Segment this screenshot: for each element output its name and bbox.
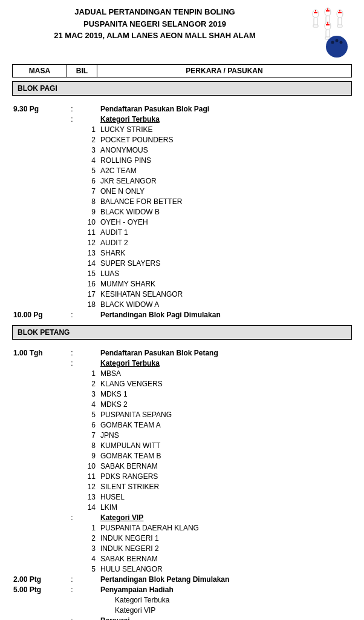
cell-perkara: BLACK WIDOW B — [97, 207, 352, 217]
cell-perkara: KESIHATAN SELANGOR — [97, 289, 352, 299]
cell-colon — [67, 554, 77, 564]
cell-colon — [67, 289, 77, 299]
svg-rect-2 — [313, 25, 318, 27]
cell-bil: 6 — [77, 420, 97, 430]
cell-bil: 4 — [77, 400, 97, 409]
cell-colon — [67, 269, 77, 279]
cell-masa — [12, 379, 67, 389]
cell-bil — [77, 585, 97, 595]
table-row: 4MDKS 2 — [12, 400, 352, 409]
header-area: JADUAL PERTANDINGAN TENPIN BOLING PUSPAN… — [12, 6, 352, 59]
cell-masa: 10.00 Pg — [12, 310, 67, 320]
cell-bil: 4 — [77, 554, 97, 564]
cell-bil — [77, 575, 97, 584]
cell-masa — [12, 441, 67, 450]
col-header-perkara: PERKARA / PASUKAN — [97, 65, 351, 77]
title-line2: PUSPANITA NEGERI SELANGOR 2019 — [83, 19, 226, 28]
cell-bil — [77, 310, 97, 320]
cell-colon — [67, 279, 77, 289]
cell-bil: 12 — [77, 238, 97, 248]
cell-bil: 2 — [77, 379, 97, 389]
table-row: 12SILENT STRIKER — [12, 482, 352, 492]
table-row: :Bersurai — [12, 616, 352, 620]
title-line3: 21 MAC 2019, ALAM LANES AEON MALL SHAH A… — [54, 31, 255, 40]
cell-colon — [67, 410, 77, 420]
cell-bil: 1 — [77, 125, 97, 134]
cell-perkara: ROLLING PINS — [97, 156, 352, 165]
cell-colon — [67, 400, 77, 409]
cell-masa — [12, 461, 67, 471]
cell-perkara: LUCKY STRIKE — [97, 125, 352, 134]
cell-colon — [67, 533, 77, 543]
cell-masa — [12, 472, 67, 481]
table-row: 2INDUK NEGERI 1 — [12, 533, 352, 543]
header-text: JADUAL PERTANDINGAN TENPIN BOLING PUSPAN… — [12, 6, 297, 42]
svg-point-22 — [336, 39, 339, 42]
cell-perkara: MDKS 2 — [97, 400, 352, 409]
cell-colon — [67, 451, 77, 461]
cell-masa: 1.00 Tgh — [12, 348, 67, 358]
table-row: 5PUSPANITA SEPANG — [12, 410, 352, 420]
table-row: 10OYEH - OYEH — [12, 217, 352, 227]
table-row: 5.00 Ptg:Penyampaian Hadiah — [12, 585, 352, 595]
cell-bil: 2 — [77, 135, 97, 145]
cell-colon — [67, 135, 77, 145]
table-row: 11AUDIT 1 — [12, 228, 352, 237]
cell-colon — [67, 441, 77, 450]
table-row: 10.00 Pg:Pertandingan Blok Pagi Dimulaka… — [12, 310, 352, 320]
cell-colon — [67, 523, 77, 533]
cell-bil: 17 — [77, 289, 97, 299]
table-row: 7ONE N ONLY — [12, 186, 352, 196]
svg-rect-12 — [337, 25, 342, 27]
cell-masa — [12, 279, 67, 289]
cell-colon — [67, 207, 77, 217]
cell-bil: 13 — [77, 248, 97, 258]
table-row: 1PUSPANITA DAERAH KLANG — [12, 523, 352, 533]
cell-perkara: PDKS RANGERS — [97, 472, 352, 481]
cell-perkara: ONE N ONLY — [97, 186, 352, 196]
cell-perkara: INDUK NEGERI 1 — [97, 533, 352, 543]
table-row: 2.00 Ptg:Pertandingan Blok Petang Dimula… — [12, 575, 352, 584]
cell-bil: 1 — [77, 523, 97, 533]
table-row: 4ROLLING PINS — [12, 156, 352, 165]
cell-masa — [12, 238, 67, 248]
cell-bil: 13 — [77, 492, 97, 502]
table-row: 2POCKET POUNDERS — [12, 135, 352, 145]
cell-perkara: Pertandingan Blok Pagi Dimulakan — [97, 310, 352, 320]
cell-masa — [12, 125, 67, 134]
cell-colon — [67, 482, 77, 492]
cell-colon — [67, 544, 77, 553]
cell-bil: 1 — [77, 369, 97, 378]
cell-masa — [12, 513, 67, 523]
table-row: :Kategori VIP — [12, 513, 352, 523]
cell-bil — [77, 348, 97, 358]
cell-masa — [12, 564, 67, 574]
cell-perkara: LUAS — [97, 269, 352, 279]
cell-masa — [12, 217, 67, 227]
cell-masa: 5.00 Ptg — [12, 585, 67, 595]
cell-bil: 7 — [77, 430, 97, 440]
cell-bil — [77, 605, 97, 615]
table-row: 3INDUK NEGERI 2 — [12, 544, 352, 553]
cell-colon: : — [67, 575, 77, 584]
table-row: 9BLACK WIDOW B — [12, 207, 352, 217]
cell-colon — [67, 420, 77, 430]
cell-masa — [12, 523, 67, 533]
cell-bil: 15 — [77, 269, 97, 279]
cell-bil: 2 — [77, 533, 97, 543]
cell-perkara: ANONYMOUS — [97, 145, 352, 155]
table-row: 9GOMBAK TEAM B — [12, 451, 352, 461]
cell-colon — [67, 145, 77, 155]
table-row: 1.00 Tgh:Pendaftaran Pasukan Blok Petang — [12, 348, 352, 358]
cell-colon — [67, 186, 77, 196]
cell-perkara: INDUK NEGERI 2 — [97, 544, 352, 553]
table-row: 5A2C TEAM — [12, 166, 352, 176]
cell-masa — [12, 145, 67, 155]
cell-colon — [67, 259, 77, 268]
cell-colon — [67, 389, 77, 399]
cell-masa — [12, 410, 67, 420]
table-row: 7JPNS — [12, 430, 352, 440]
cell-colon — [67, 238, 77, 248]
blok-pagi-rows: 9.30 Pg:Pendaftaran Pasukan Blok Pagi:Ka… — [12, 104, 352, 320]
cell-masa — [12, 259, 67, 268]
